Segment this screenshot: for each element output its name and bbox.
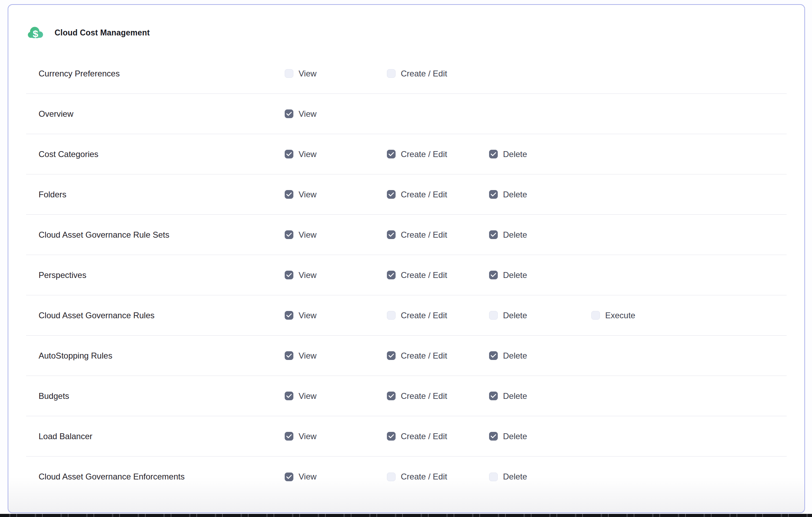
delete-checkbox[interactable] [489, 150, 498, 158]
permission-label: View [299, 109, 317, 119]
resource-label: Folders [39, 190, 66, 199]
delete-permission: Delete [489, 472, 527, 482]
create-edit-checkbox[interactable] [387, 392, 396, 400]
resource-label: Load Balancer [39, 432, 92, 441]
create-edit-checkbox[interactable] [387, 311, 396, 320]
view-checkbox[interactable] [285, 473, 293, 481]
resource-label: Budgets [39, 391, 69, 401]
delete-permission: Delete [489, 391, 527, 401]
permission-row: Budgets ViewCreate / EditDelete [26, 376, 787, 416]
permission-label: Delete [503, 311, 527, 320]
permission-label: Create / Edit [401, 270, 447, 280]
delete-checkbox[interactable] [489, 392, 498, 400]
create-edit-permission: Create / Edit [387, 230, 447, 240]
permission-row: Cost Categories ViewCreate / EditDelete [26, 134, 787, 174]
view-checkbox[interactable] [285, 109, 293, 118]
view-permission: View [285, 351, 317, 361]
permissions-list: Currency Preferences ViewCreate / Edit O… [26, 54, 787, 497]
permission-label: Delete [503, 230, 527, 240]
delete-permission: Delete [489, 270, 527, 280]
create-edit-checkbox[interactable] [387, 150, 396, 158]
resource-label: Overview [39, 109, 73, 119]
create-edit-permission: Create / Edit [387, 190, 447, 199]
create-edit-checkbox[interactable] [387, 271, 396, 279]
view-checkbox[interactable] [285, 392, 293, 400]
create-edit-permission: Create / Edit [387, 149, 447, 159]
create-edit-permission: Create / Edit [387, 472, 447, 482]
permission-label: Create / Edit [401, 351, 447, 361]
create-edit-checkbox[interactable] [387, 473, 396, 481]
resource-label: Currency Preferences [39, 69, 120, 79]
permission-label: Create / Edit [401, 432, 447, 441]
delete-permission: Delete [489, 190, 527, 199]
view-permission: View [285, 270, 317, 280]
create-edit-permission: Create / Edit [387, 432, 447, 441]
delete-checkbox[interactable] [489, 311, 498, 320]
permission-label: Delete [503, 190, 527, 199]
create-edit-checkbox[interactable] [387, 69, 396, 78]
view-checkbox[interactable] [285, 230, 293, 239]
permission-label: Create / Edit [401, 230, 447, 240]
permission-label: Create / Edit [401, 472, 447, 482]
svg-text:$: $ [33, 28, 38, 39]
view-checkbox[interactable] [285, 271, 293, 279]
permission-label: Delete [503, 472, 527, 482]
resource-label: Cloud Asset Governance Enforcements [39, 472, 185, 482]
permission-label: View [299, 270, 317, 280]
view-permission: View [285, 149, 317, 159]
delete-checkbox[interactable] [489, 271, 498, 279]
permission-label: Create / Edit [401, 149, 447, 159]
view-checkbox[interactable] [285, 190, 293, 199]
view-checkbox[interactable] [285, 432, 293, 441]
view-checkbox[interactable] [285, 69, 293, 78]
permission-label: Delete [503, 391, 527, 401]
resource-label: Cloud Asset Governance Rules [39, 311, 155, 320]
delete-permission: Delete [489, 230, 527, 240]
delete-permission: Delete [489, 432, 527, 441]
page-title: Cloud Cost Management [55, 28, 150, 38]
create-edit-checkbox[interactable] [387, 190, 396, 199]
permission-row: Cloud Asset Governance Enforcements View… [26, 457, 787, 497]
permission-label: View [299, 351, 317, 361]
delete-checkbox[interactable] [489, 230, 498, 239]
view-permission: View [285, 109, 317, 119]
permission-label: View [299, 432, 317, 441]
permission-row: Perspectives ViewCreate / EditDelete [26, 255, 787, 295]
permission-label: Create / Edit [401, 311, 447, 320]
permission-label: Delete [503, 432, 527, 441]
delete-checkbox[interactable] [489, 351, 498, 360]
delete-checkbox[interactable] [489, 432, 498, 441]
delete-checkbox[interactable] [489, 473, 498, 481]
view-checkbox[interactable] [285, 311, 293, 320]
permission-row: Currency Preferences ViewCreate / Edit [26, 54, 787, 94]
delete-permission: Delete [489, 149, 527, 159]
view-permission: View [285, 69, 317, 79]
permission-row: Cloud Asset Governance Rule Sets ViewCre… [26, 215, 787, 255]
resource-label: Cost Categories [39, 149, 98, 159]
permission-label: Delete [503, 149, 527, 159]
resource-label: Perspectives [39, 270, 86, 280]
permission-label: View [299, 230, 317, 240]
create-edit-checkbox[interactable] [387, 351, 396, 360]
view-checkbox[interactable] [285, 351, 293, 360]
permission-row: Folders ViewCreate / EditDelete [26, 174, 787, 215]
create-edit-permission: Create / Edit [387, 311, 447, 320]
permission-row: AutoStopping Rules ViewCreate / EditDele… [26, 336, 787, 376]
permission-label: Delete [503, 351, 527, 361]
permission-label: Create / Edit [401, 391, 447, 401]
cloud-dollar-icon: $ [27, 24, 44, 41]
permission-label: View [299, 69, 317, 79]
create-edit-checkbox[interactable] [387, 432, 396, 441]
permission-label: View [299, 391, 317, 401]
delete-checkbox[interactable] [489, 190, 498, 199]
permission-row: Load Balancer ViewCreate / EditDelete [26, 416, 787, 457]
view-checkbox[interactable] [285, 150, 293, 158]
execute-checkbox[interactable] [591, 311, 600, 320]
view-permission: View [285, 432, 317, 441]
create-edit-permission: Create / Edit [387, 270, 447, 280]
create-edit-permission: Create / Edit [387, 69, 447, 79]
permission-label: View [299, 190, 317, 199]
create-edit-checkbox[interactable] [387, 230, 396, 239]
permission-label: View [299, 311, 317, 320]
resource-label: Cloud Asset Governance Rule Sets [39, 230, 169, 240]
